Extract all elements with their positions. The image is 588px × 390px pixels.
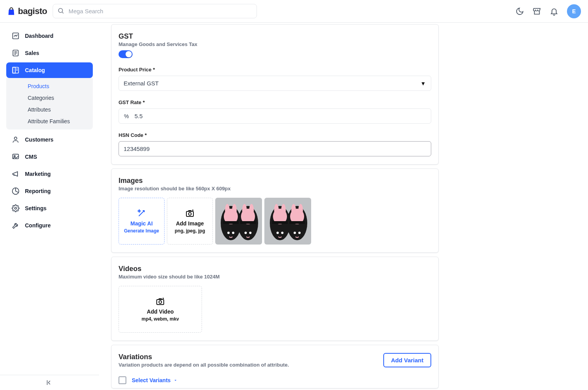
svg-point-42 bbox=[298, 204, 303, 216]
subnav-item-attribute-families[interactable]: Attribute Families bbox=[6, 115, 93, 127]
subnav-label: Categories bbox=[28, 95, 54, 101]
magic-wand-icon bbox=[137, 209, 146, 218]
sidebar-item-label: Configure bbox=[25, 222, 51, 229]
product-price-select[interactable]: External GST bbox=[119, 76, 431, 91]
shoe-image-1 bbox=[215, 198, 262, 245]
add-variant-button[interactable]: Add Variant bbox=[383, 353, 431, 367]
select-all-checkbox[interactable] bbox=[119, 376, 126, 384]
sidebar-item-marketing[interactable]: Marketing bbox=[6, 166, 93, 182]
main: GST Manage Goods and Services Tax Produc… bbox=[99, 23, 588, 390]
search-wrap bbox=[53, 4, 257, 18]
magic-ai-tile[interactable]: Magic AI Generate Image bbox=[119, 198, 165, 245]
sidebar-item-configure[interactable]: Configure bbox=[6, 218, 93, 233]
dark-mode-icon[interactable] bbox=[515, 7, 524, 16]
card-title: Videos bbox=[119, 265, 431, 273]
gear-icon bbox=[12, 204, 19, 212]
avatar[interactable]: E bbox=[567, 4, 581, 18]
sidebar-item-settings[interactable]: Settings bbox=[6, 200, 93, 216]
svg-point-15 bbox=[15, 207, 17, 209]
sidebar-item-dashboard[interactable]: Dashboard bbox=[6, 28, 93, 44]
svg-point-27 bbox=[249, 204, 254, 216]
product-image-thumb[interactable] bbox=[264, 198, 311, 245]
svg-point-46 bbox=[281, 232, 283, 234]
cms-icon bbox=[12, 153, 19, 161]
subnav-item-categories[interactable]: Categories bbox=[6, 92, 93, 104]
gst-rate-input[interactable] bbox=[119, 108, 431, 124]
svg-point-39 bbox=[274, 204, 279, 216]
card-variations: Variations Variation products are depend… bbox=[111, 345, 439, 388]
sidebar-item-customers[interactable]: Customers bbox=[6, 132, 93, 147]
collapse-sidebar-icon[interactable] bbox=[6, 379, 93, 386]
svg-rect-8 bbox=[13, 67, 16, 73]
svg-point-41 bbox=[291, 204, 296, 216]
tile-sub: mp4, webm, mkv bbox=[142, 316, 179, 322]
svg-rect-17 bbox=[186, 211, 193, 216]
add-variant-label: Add Variant bbox=[391, 357, 423, 363]
svg-point-47 bbox=[294, 232, 296, 234]
svg-rect-44 bbox=[289, 221, 305, 224]
product-price-label: Product Price bbox=[119, 67, 431, 73]
brand-logo[interactable]: bagisto bbox=[7, 6, 47, 16]
hsn-label: HSN Code bbox=[119, 132, 431, 138]
svg-point-26 bbox=[242, 204, 247, 216]
sidebar-item-label: Marketing bbox=[25, 171, 51, 177]
sidebar-item-label: Reporting bbox=[25, 188, 51, 194]
sidebar-item-label: Settings bbox=[25, 205, 46, 211]
subnav-item-products[interactable]: Products bbox=[6, 80, 93, 92]
megaphone-icon bbox=[12, 170, 19, 178]
sidebar-item-sales[interactable]: Sales bbox=[6, 45, 93, 61]
product-image-thumb[interactable] bbox=[215, 198, 262, 245]
avatar-initial: E bbox=[572, 8, 576, 14]
svg-point-32 bbox=[244, 232, 247, 234]
header: bagisto E bbox=[0, 0, 588, 23]
svg-point-45 bbox=[276, 232, 279, 234]
sidebar-item-reporting[interactable]: Reporting bbox=[6, 183, 93, 199]
svg-point-48 bbox=[298, 232, 301, 234]
card-title: Images bbox=[119, 177, 431, 185]
toggle-knob bbox=[126, 51, 132, 57]
subnav-item-attributes[interactable]: Attributes bbox=[6, 104, 93, 115]
tile-title: Add Image bbox=[176, 220, 204, 227]
sidebar-item-label: Dashboard bbox=[25, 33, 53, 39]
svg-point-0 bbox=[58, 8, 63, 12]
svg-point-30 bbox=[227, 232, 230, 234]
card-videos: Videos Maximum video size should be like… bbox=[111, 257, 439, 341]
bag-icon bbox=[7, 7, 16, 16]
svg-rect-29 bbox=[240, 221, 256, 224]
svg-point-13 bbox=[14, 156, 15, 157]
card-subtitle: Variation products are depend on all pos… bbox=[119, 362, 289, 368]
subnav-label: Attributes bbox=[28, 106, 51, 113]
chevron-down-icon bbox=[173, 378, 178, 383]
search-icon bbox=[57, 7, 64, 15]
svg-rect-43 bbox=[272, 221, 288, 224]
svg-rect-28 bbox=[223, 221, 239, 224]
sidebar-subnav-catalog: Products Categories Attributes Attribute… bbox=[6, 78, 93, 129]
svg-point-18 bbox=[189, 213, 191, 215]
svg-point-33 bbox=[249, 232, 251, 234]
svg-point-11 bbox=[14, 137, 17, 140]
svg-point-40 bbox=[281, 204, 286, 216]
store-icon[interactable] bbox=[533, 7, 541, 16]
camera-plus-icon bbox=[185, 209, 195, 218]
hsn-input[interactable] bbox=[119, 141, 431, 156]
add-image-tile[interactable]: Add Image png, jpeg, jpg bbox=[167, 198, 213, 245]
tile-sub: png, jpeg, jpg bbox=[175, 228, 205, 234]
add-video-tile[interactable]: Add Video mp4, webm, mkv bbox=[119, 286, 202, 333]
tile-title: Magic AI bbox=[130, 220, 152, 227]
tile-title: Add Video bbox=[147, 308, 174, 315]
select-variants-dropdown[interactable]: Select Variants bbox=[132, 377, 178, 383]
catalog-icon bbox=[12, 66, 19, 74]
tile-sub: Generate Image bbox=[124, 228, 159, 234]
svg-point-31 bbox=[232, 232, 234, 234]
sidebar-item-catalog[interactable]: Catalog bbox=[6, 62, 93, 78]
bell-icon[interactable] bbox=[550, 7, 558, 16]
search-input[interactable] bbox=[53, 4, 257, 18]
card-gst: GST Manage Goods and Services Tax Produc… bbox=[111, 24, 439, 165]
header-right: E bbox=[515, 4, 581, 18]
card-subtitle: Maximum video size should be like 1024M bbox=[119, 274, 431, 280]
sidebar-item-cms[interactable]: CMS bbox=[6, 149, 93, 165]
sidebar-item-label: Catalog bbox=[25, 67, 45, 73]
subnav-label: Products bbox=[28, 83, 49, 89]
sidebar-item-label: CMS bbox=[25, 154, 37, 160]
gst-toggle[interactable] bbox=[119, 50, 133, 58]
